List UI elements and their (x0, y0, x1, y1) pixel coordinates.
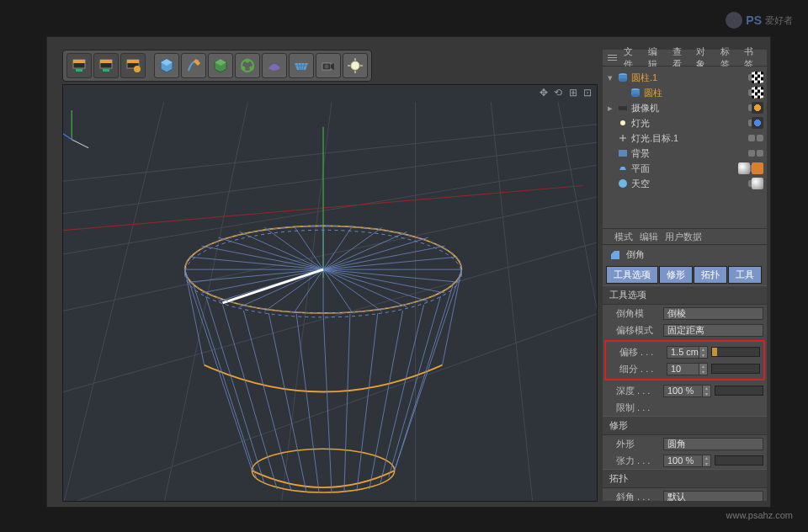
svg-point-18 (325, 65, 329, 69)
svg-line-88 (185, 269, 205, 365)
generator-button[interactable] (208, 53, 233, 78)
item-label: 圆柱 (644, 87, 746, 99)
svg-line-31 (164, 102, 248, 501)
environment-button[interactable] (262, 53, 287, 78)
object-tree[interactable]: ▾ 圆柱.1 圆柱 ▸ 摄像机 灯光 (603, 66, 767, 228)
tab-topology[interactable]: 拓扑 (694, 266, 727, 284)
tension-field[interactable]: 100 %▴▾ (663, 455, 711, 467)
menu-userdata[interactable]: 用户数据 (665, 231, 702, 243)
svg-line-40 (63, 131, 72, 140)
svg-line-30 (63, 102, 164, 501)
menu-mode[interactable]: 模式 (614, 231, 633, 243)
svg-line-80 (323, 313, 332, 492)
tree-item-cylinder1[interactable]: ▾ 圆柱.1 (603, 70, 767, 85)
camera-button[interactable] (316, 53, 341, 78)
item-label: 灯光 (631, 117, 746, 130)
svg-point-93 (619, 78, 627, 82)
sky-icon (617, 178, 629, 189)
watermark-logo: PS 爱好者 (726, 12, 793, 29)
tree-item-background[interactable]: 背景 (603, 146, 767, 161)
attribute-body: 工具选项 倒角模 倒棱 偏移模式 固定距离 偏移 . . . 1.5 cm▴▾ … (603, 285, 767, 501)
right-panel: 文件 编辑 查看 对象 标签 书签 ▾ 圆柱.1 圆柱 ▸ 摄像机 (603, 50, 767, 501)
item-label: 天空 (631, 178, 746, 190)
prop-offset: 偏移 . . . 1.5 cm▴▾ (606, 343, 763, 360)
prop-miter: 斜角 . . . 默认 (603, 488, 767, 501)
tree-item-camera[interactable]: ▸ 摄像机 (603, 100, 767, 115)
target-tag-icon[interactable] (752, 117, 763, 129)
svg-line-25 (63, 136, 597, 220)
svg-line-45 (202, 246, 323, 269)
svg-rect-7 (127, 60, 139, 63)
section-topology: 拓扑 (603, 469, 767, 488)
depth-slider[interactable] (715, 386, 763, 396)
target-tag-icon[interactable] (752, 102, 763, 114)
bevel-mode-field[interactable]: 倒棱 (663, 307, 763, 320)
item-label: 背景 (631, 147, 746, 160)
floor-button[interactable] (289, 53, 314, 78)
svg-rect-4 (100, 60, 112, 63)
light-button[interactable] (343, 53, 368, 78)
watermark-url: www.psahz.com (726, 510, 793, 520)
tree-item-cylinder[interactable]: 圆柱 (603, 85, 767, 100)
tree-item-light[interactable]: 灯光 (603, 115, 767, 130)
svg-line-55 (323, 246, 444, 269)
light-icon (617, 117, 629, 129)
tab-tool-options[interactable]: 工具选项 (606, 266, 658, 284)
depth-field[interactable]: 100 %▴▾ (663, 385, 711, 397)
tab-tool[interactable]: 工具 (728, 266, 762, 284)
tree-item-light-target[interactable]: 灯光.目标.1 (603, 130, 767, 146)
checker-tag-icon[interactable] (752, 87, 763, 98)
record-button-1[interactable] (66, 53, 92, 78)
svg-line-35 (558, 102, 597, 501)
svg-line-27 (63, 186, 597, 320)
offset-mode-field[interactable]: 固定距离 (663, 324, 763, 337)
spline-pen-button[interactable] (181, 53, 206, 78)
expand-icon[interactable]: ▸ (606, 103, 614, 114)
svg-line-48 (264, 227, 323, 269)
menu-edit2[interactable]: 编辑 (640, 231, 658, 243)
subdivision-slider[interactable] (711, 364, 760, 374)
viewport-scene (63, 85, 597, 501)
offset-field[interactable]: 1.5 cm▴▾ (667, 346, 708, 359)
svg-rect-1 (73, 60, 85, 63)
cylinder-icon (617, 72, 629, 83)
svg-line-77 (243, 311, 291, 492)
expand-icon[interactable]: ▾ (606, 72, 614, 83)
svg-line-62 (323, 269, 382, 311)
svg-point-19 (351, 61, 359, 70)
prop-subdivision: 细分 . . . 10▴▾ (606, 360, 763, 377)
svg-line-66 (264, 269, 323, 311)
item-label: 灯光.目标.1 (631, 132, 746, 145)
cylinder-icon (630, 87, 641, 98)
cube-primitive-button[interactable] (154, 53, 179, 78)
3d-viewport[interactable]: ✥ ⟲ ⊞ ⊡ (62, 84, 598, 502)
svg-point-8 (134, 66, 141, 72)
svg-rect-97 (619, 106, 625, 110)
deformer-button[interactable] (235, 53, 260, 78)
record-button-2[interactable] (93, 53, 119, 78)
prop-shape: 外形 圆角 (603, 435, 767, 452)
svg-point-12 (250, 66, 254, 71)
svg-line-34 (491, 102, 533, 501)
tree-item-plane[interactable]: 平面 (603, 161, 767, 176)
record-settings-button[interactable] (120, 53, 146, 78)
svg-line-26 (63, 157, 597, 261)
viewport-controls[interactable]: ✥ ⟲ ⊞ ⊡ (540, 87, 593, 98)
highlighted-properties: 偏移 . . . 1.5 cm▴▾ 细分 . . . 10▴▾ (604, 340, 765, 380)
subdivision-field[interactable]: 10▴▾ (667, 363, 708, 375)
svg-rect-2 (76, 69, 82, 72)
material-tag-icon[interactable] (738, 162, 750, 174)
tab-shaping[interactable]: 修形 (659, 266, 693, 284)
menu-icon[interactable] (608, 55, 617, 61)
checker-tag-icon[interactable] (752, 72, 763, 83)
tree-item-sky[interactable]: 天空 (603, 176, 767, 191)
shape-field[interactable]: 圆角 (663, 438, 763, 450)
prop-tension: 张力 . . . 100 %▴▾ (603, 452, 767, 469)
offset-slider[interactable] (711, 347, 760, 357)
phong-tag-icon[interactable] (752, 162, 763, 174)
miter-field[interactable]: 默认 (663, 491, 763, 502)
material-tag-icon[interactable] (752, 178, 763, 189)
tension-slider[interactable] (715, 455, 763, 466)
null-icon (617, 132, 629, 144)
prop-offset-mode: 偏移模式 固定距离 (603, 322, 767, 338)
